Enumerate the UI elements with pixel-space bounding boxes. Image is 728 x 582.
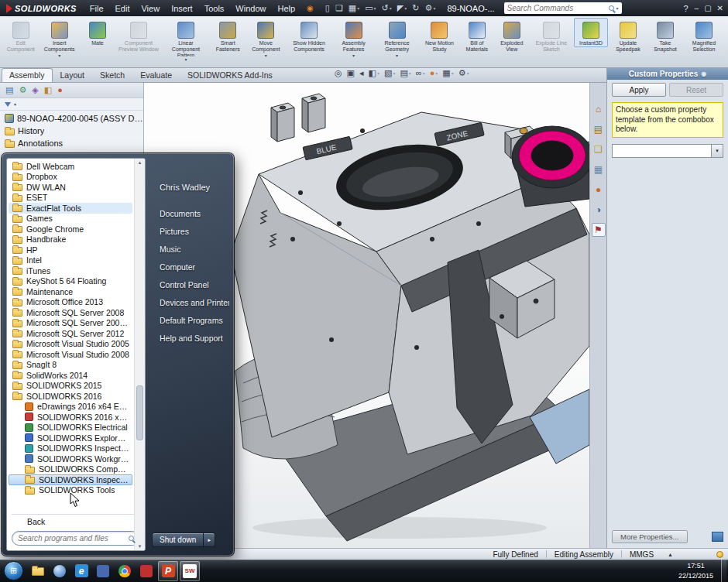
undo-icon[interactable]: ↺ ▾ xyxy=(379,3,394,13)
units-caret-icon[interactable]: ▲ xyxy=(661,552,679,557)
start-search-input[interactable] xyxy=(18,534,125,543)
ribbon-button[interactable]: Assembly Features ▾ xyxy=(333,18,374,59)
program-item[interactable]: SOLIDWORKS Workgroup PDM Vaul xyxy=(9,454,132,464)
back-button[interactable]: Back xyxy=(7,515,145,528)
ribbon-button[interactable]: Reference Geometry ▾ xyxy=(375,18,419,59)
menu-item[interactable]: File xyxy=(84,2,109,15)
minimize-button[interactable]: – xyxy=(695,5,699,12)
solidworks-icon[interactable]: SW SW xyxy=(180,561,200,581)
program-item[interactable]: SolidWorks 2014 xyxy=(9,370,132,381)
ribbon-button[interactable]: Smart Fasteners ▾ xyxy=(210,18,246,53)
file-explorer-icon[interactable] xyxy=(28,561,48,581)
ribbon-button[interactable]: Mate ▾ xyxy=(81,18,115,47)
dropdown-arrow-icon[interactable]: ▾ xyxy=(423,71,425,76)
program-item[interactable]: Microsoft Visual Studio 2008 xyxy=(9,349,132,360)
program-item[interactable]: KeyShot 5 64 Floating xyxy=(9,276,132,287)
dropdown-arrow-icon[interactable]: ▾ xyxy=(409,71,411,76)
pin-icon[interactable]: ◉ xyxy=(307,4,314,12)
ribbon-button[interactable]: Component Preview Window ▾ xyxy=(115,18,162,53)
app-red-icon[interactable] xyxy=(136,561,156,581)
program-item[interactable]: Google Chrome xyxy=(9,224,132,235)
program-item[interactable]: SOLIDWORKS Inspection 2016 x64 Ed xyxy=(9,443,132,454)
display-style-icon[interactable]: ▤ ▾ xyxy=(400,69,410,77)
scroll-down-icon[interactable]: ▼ xyxy=(135,544,145,549)
chrome-icon[interactable] xyxy=(115,561,135,581)
appearances-icon[interactable]: ● xyxy=(592,183,606,197)
scrollbar-thumb[interactable] xyxy=(136,385,143,440)
ribbon-button[interactable]: Edit Component ▾ xyxy=(3,18,38,53)
dropdown-arrow-icon[interactable]: ▾ xyxy=(265,53,267,58)
program-item[interactable]: Microsoft SQL Server 2008 xyxy=(9,307,132,318)
template-combobox[interactable]: ▾ xyxy=(612,144,723,158)
close-button[interactable]: ✕ xyxy=(717,5,723,12)
menu-item[interactable]: Edit xyxy=(110,2,136,15)
start-menu-place[interactable]: Computer xyxy=(150,258,229,276)
show-desktop-button[interactable] xyxy=(721,560,726,582)
commandmanager-tab[interactable]: Assembly xyxy=(2,68,53,82)
media-player-icon[interactable] xyxy=(50,561,70,581)
program-item[interactable]: SOLIDWORKS 2015 xyxy=(9,381,132,392)
program-item[interactable]: HP xyxy=(9,245,132,255)
new-document-icon[interactable]: ▯ ▾ xyxy=(323,3,332,13)
search-dropdown-icon[interactable]: ▾ xyxy=(616,5,619,11)
more-properties-button[interactable]: More Properties... xyxy=(612,530,688,543)
filter-funnel-icon[interactable] xyxy=(5,102,11,107)
ribbon-button[interactable]: Instant3D ▾ xyxy=(574,18,608,47)
custom-properties-icon[interactable]: ⚑ xyxy=(592,223,606,237)
print-icon[interactable]: ▭ ▾ xyxy=(362,3,378,13)
program-item[interactable]: SOLIDWORKS 2016 xyxy=(9,391,132,402)
program-item[interactable]: SOLIDWORKS Electrical xyxy=(9,423,132,433)
dropdown-arrow-icon[interactable]: ▾ xyxy=(390,5,392,11)
commandmanager-tab[interactable]: SOLIDWORKS Add-Ins xyxy=(180,68,280,82)
view-settings-icon[interactable]: ⚙ ▾ xyxy=(458,69,469,77)
dropdown-arrow-icon[interactable]: ▾ xyxy=(357,5,359,11)
tree-item[interactable]: History xyxy=(0,125,143,137)
start-button[interactable]: ⊞ xyxy=(4,561,23,580)
menu-item[interactable]: Tools xyxy=(199,2,230,15)
powerpoint-icon[interactable]: P P xyxy=(158,561,178,581)
dropdown-arrow-icon[interactable]: ▾ xyxy=(374,5,376,11)
combobox-dropdown-icon[interactable]: ▾ xyxy=(711,145,723,157)
units-selector[interactable]: MMGS xyxy=(622,550,661,559)
dimxpertmanager-tab-icon[interactable]: ◧ xyxy=(44,86,52,94)
start-menu-place[interactable]: Documents xyxy=(150,204,229,222)
program-item[interactable]: Microsoft Office 2013 xyxy=(9,297,132,308)
start-menu-place[interactable]: Help and Support xyxy=(150,329,229,347)
model-filter-ring[interactable] xyxy=(512,126,589,207)
ribbon-button[interactable]: Exploded View ▾ xyxy=(495,18,529,53)
program-item[interactable]: Intel xyxy=(9,255,132,266)
ribbon-button[interactable]: Take Snapshot ▾ xyxy=(648,18,682,53)
dropdown-arrow-icon[interactable]: ▾ xyxy=(435,71,438,76)
resource-monitor-icon[interactable] xyxy=(716,551,723,558)
search-icon[interactable] xyxy=(609,5,614,11)
dropdown-arrow-icon[interactable]: ▾ xyxy=(393,71,395,76)
start-menu-place[interactable]: Control Panel xyxy=(150,276,229,293)
view-palette-icon[interactable]: ▦ xyxy=(592,163,606,176)
previous-view-icon[interactable]: ◂ ▾ xyxy=(359,69,364,77)
shutdown-button[interactable]: Shut down xyxy=(152,532,204,547)
ribbon-button[interactable]: Linear Component Pattern ▾ xyxy=(163,18,209,63)
configurationmanager-tab-icon[interactable]: ◈ xyxy=(32,86,38,94)
program-item[interactable]: Dell Webcam xyxy=(9,161,132,172)
start-menu-place[interactable]: Music xyxy=(150,240,229,258)
program-list-scrollbar[interactable]: ▲ ▼ xyxy=(134,159,145,550)
dropdown-arrow-icon[interactable]: ▾ xyxy=(433,5,435,11)
properties-grid-icon[interactable] xyxy=(712,532,723,542)
edit-appearance-icon[interactable]: ● ▾ xyxy=(430,69,438,77)
program-item[interactable]: SOLIDWORKS 2016 x64 Edition xyxy=(9,412,132,423)
program-item[interactable]: SOLIDWORKS Tools xyxy=(9,485,132,496)
internet-explorer-icon[interactable]: e e xyxy=(71,561,91,581)
save-icon[interactable]: ▦ ▾ xyxy=(346,3,362,13)
program-item[interactable]: Dropbox xyxy=(9,172,132,183)
start-menu-place[interactable]: Default Programs xyxy=(150,311,229,329)
propertymanager-tab-icon[interactable]: ⚙ xyxy=(19,86,26,94)
start-menu-place[interactable]: Pictures xyxy=(150,222,229,240)
program-item[interactable]: ESET xyxy=(9,193,132,204)
program-item[interactable]: Microsoft SQL Server 2012 xyxy=(9,328,132,339)
program-item[interactable]: Microsoft SQL Server 2008 R2 xyxy=(9,318,132,329)
pin-icon[interactable]: ◉ xyxy=(701,70,706,77)
section-view-icon[interactable]: ◧ ▾ xyxy=(369,69,379,77)
program-item[interactable]: Microsoft Visual Studio 2005 xyxy=(9,339,132,350)
ribbon-button[interactable]: Show Hidden Components ▾ xyxy=(286,18,332,53)
tree-item[interactable]: Annotations xyxy=(0,137,143,149)
